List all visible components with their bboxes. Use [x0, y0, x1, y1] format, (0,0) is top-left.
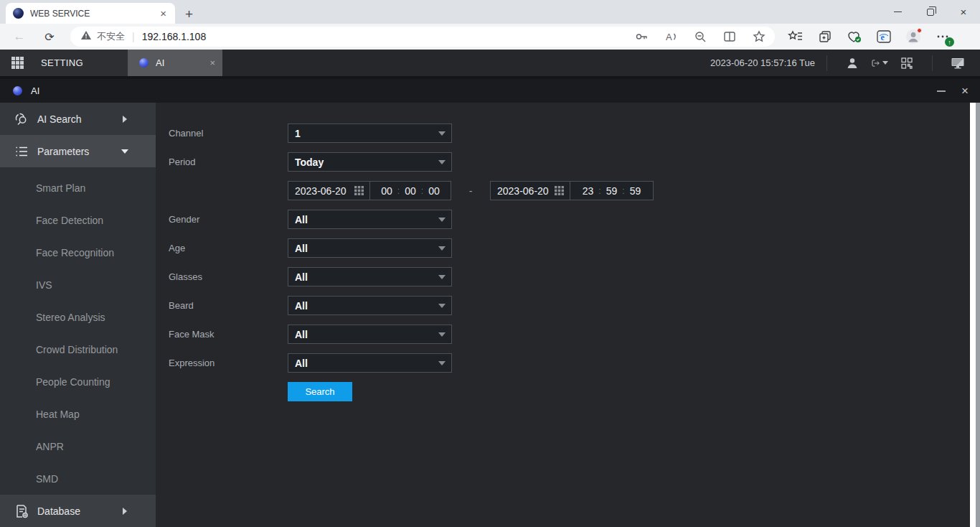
site-favicon-icon — [13, 8, 24, 19]
browser-toolbar: ← ⟳ 不安全 | 192.168.1.108 A — [0, 24, 980, 50]
ai-tab-label: AI — [156, 57, 209, 68]
end-time-input[interactable]: 23 : 59 : 59 — [570, 181, 654, 200]
window-close-button[interactable]: × — [947, 0, 980, 24]
collapse-down-icon — [121, 149, 128, 154]
channel-label: Channel — [169, 128, 288, 139]
end-hour[interactable]: 23 — [583, 185, 594, 197]
start-time-input[interactable]: 00 : 00 : 00 — [370, 181, 451, 200]
sidebar-item-people-counting[interactable]: People Counting — [0, 365, 156, 398]
expand-right-icon — [123, 508, 127, 515]
ai-search-icon — [13, 111, 30, 127]
age-label: Age — [169, 243, 288, 253]
chevron-down-icon — [438, 304, 446, 308]
search-button[interactable]: Search — [288, 382, 352, 401]
channel-select[interactable]: 1 — [288, 123, 452, 143]
logout-dropdown-chevron-icon[interactable] — [882, 61, 888, 65]
header-right: 2023-06-20 15:57:16 Tue — [222, 50, 980, 76]
apps-grid-icon[interactable] — [11, 57, 24, 69]
browser-essentials-icon[interactable] — [846, 28, 863, 45]
password-key-icon[interactable] — [633, 28, 650, 45]
expression-select[interactable]: All — [288, 353, 452, 373]
time-colon: : — [421, 186, 423, 196]
face-mask-select[interactable]: All — [288, 325, 452, 344]
user-account-icon[interactable] — [844, 55, 861, 71]
period-select[interactable]: Today — [288, 152, 452, 172]
read-aloud-icon[interactable]: A — [662, 28, 679, 45]
ai-tab-close-icon[interactable]: × — [209, 57, 215, 68]
reload-icon[interactable]: ⟳ — [40, 30, 59, 44]
glasses-select[interactable]: All — [288, 267, 452, 286]
start-minute[interactable]: 00 — [405, 185, 416, 197]
start-date-value: 2023-06-20 — [295, 185, 354, 197]
sidebar-item-crowd-distribution[interactable]: Crowd Distribution — [0, 333, 156, 365]
beard-value: All — [295, 300, 438, 312]
svg-text:e: e — [881, 32, 885, 42]
not-secure-label[interactable]: 不安全 — [97, 30, 125, 43]
period-value: Today — [295, 157, 438, 168]
browser-tab-title: WEB SERVICE — [30, 9, 157, 19]
chevron-down-icon — [438, 275, 446, 279]
chevron-down-icon — [438, 332, 446, 337]
page-scrollbar[interactable] — [970, 103, 980, 527]
calendar-icon[interactable] — [554, 185, 565, 196]
chevron-down-icon — [438, 218, 446, 222]
start-date-input[interactable]: 2023-06-20 — [288, 181, 370, 200]
sidebar-item-smd[interactable]: SMD — [0, 462, 156, 495]
zoom-out-icon[interactable] — [692, 28, 709, 45]
qr-code-icon[interactable] — [898, 55, 915, 71]
ie-mode-icon[interactable]: e — [875, 28, 892, 45]
dialog-close-icon[interactable]: × — [961, 85, 969, 97]
sidebar-item-smart-plan[interactable]: Smart Plan — [0, 172, 156, 204]
address-bar[interactable]: 不安全 | 192.168.1.108 A — [70, 27, 775, 47]
browser-menu-icon[interactable]: ↑ — [934, 28, 951, 45]
sidebar-item-database[interactable]: Database — [0, 495, 156, 527]
address-divider: | — [132, 31, 135, 42]
window-restore-button[interactable] — [914, 0, 947, 24]
gender-select[interactable]: All — [288, 210, 452, 229]
end-minute[interactable]: 59 — [606, 185, 618, 197]
browser-profile-avatar[interactable] — [905, 28, 922, 45]
age-select[interactable]: All — [288, 238, 452, 258]
gender-value: All — [295, 214, 438, 225]
sidebar-item-stereo-analysis[interactable]: Stereo Analysis — [0, 301, 156, 333]
favorite-star-icon[interactable] — [750, 28, 768, 45]
calendar-icon[interactable] — [354, 185, 364, 196]
sidebar-item-ivs[interactable]: IVS — [0, 269, 156, 301]
svg-text:A: A — [666, 32, 672, 42]
app-tab-ai[interactable]: AI × — [128, 50, 222, 76]
setting-label: SETTING — [41, 57, 83, 68]
browser-tab-web-service[interactable]: WEB SERVICE × — [6, 3, 175, 24]
dialog-body: AI Search Parameters Smart Plan Face Det… — [0, 103, 980, 527]
back-icon[interactable]: ← — [10, 29, 29, 44]
sidebar-item-anpr[interactable]: ANPR — [0, 430, 156, 462]
sidebar-item-ai-search[interactable]: AI Search — [0, 103, 156, 135]
start-hour[interactable]: 00 — [381, 185, 392, 197]
window-minimize-button[interactable] — [881, 0, 914, 24]
chevron-down-icon — [438, 246, 446, 251]
browser-tabstrip: WEB SERVICE × + × — [0, 0, 980, 24]
sidebar-item-face-recognition[interactable]: Face Recognition — [0, 236, 156, 269]
favorites-bar-icon[interactable] — [787, 28, 804, 45]
sidebar-item-parameters[interactable]: Parameters — [0, 135, 156, 167]
end-second[interactable]: 59 — [630, 185, 641, 197]
main-menu-setting[interactable]: SETTING — [0, 50, 128, 76]
end-date-input[interactable]: 2023-06-20 — [490, 181, 570, 200]
chevron-down-icon — [438, 160, 446, 164]
expression-row: Expression All — [169, 353, 970, 373]
url-text[interactable]: 192.168.1.108 — [142, 31, 621, 42]
tab-close-icon[interactable]: × — [157, 7, 169, 19]
sidebar-item-face-detection[interactable]: Face Detection — [0, 204, 156, 236]
scrollbar-thumb[interactable] — [976, 103, 980, 527]
split-screen-icon[interactable] — [721, 28, 738, 45]
beard-select[interactable]: All — [288, 296, 452, 315]
new-tab-button[interactable]: + — [185, 7, 193, 21]
sidebar-item-heat-map[interactable]: Heat Map — [0, 398, 156, 430]
start-second[interactable]: 00 — [428, 185, 440, 197]
gender-label: Gender — [169, 214, 288, 225]
collections-icon[interactable] — [816, 28, 834, 45]
ai-tab-icon — [139, 58, 149, 67]
expand-right-icon — [123, 116, 127, 123]
dialog-minimize-icon[interactable] — [937, 90, 946, 92]
display-monitor-icon[interactable] — [949, 55, 966, 71]
logout-icon[interactable] — [871, 55, 888, 71]
